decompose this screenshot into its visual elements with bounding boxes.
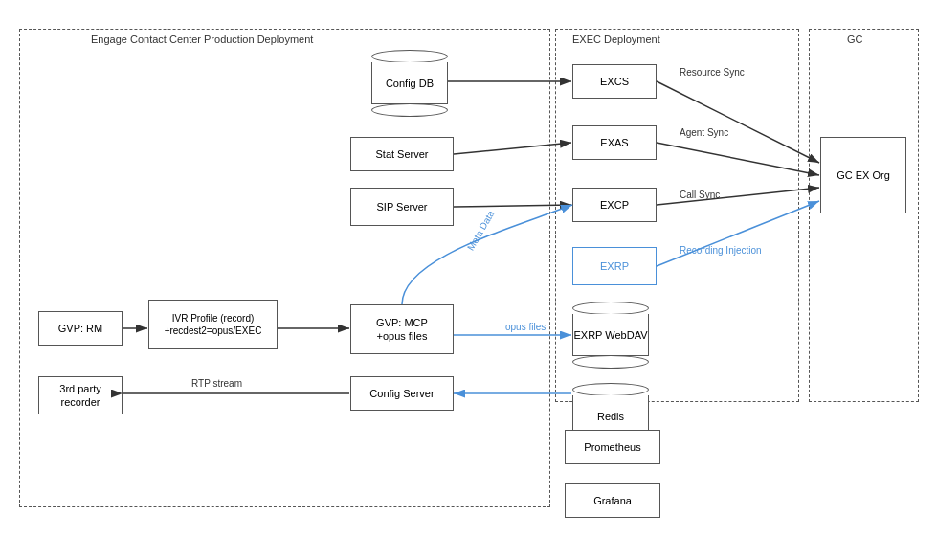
gvp-rm-label: GVP: RM bbox=[58, 322, 102, 335]
redis-cylinder-top bbox=[572, 383, 649, 396]
engage-region bbox=[19, 29, 550, 507]
exrp-box: EXRP bbox=[572, 247, 657, 285]
call-sync-label: Call Sync bbox=[680, 190, 720, 200]
excs-label: EXCS bbox=[600, 75, 629, 88]
ivr-profile-label: IVR Profile (record) +recdest2=opus/EXEC bbox=[165, 312, 262, 337]
cylinder-top bbox=[371, 50, 448, 63]
exrp-webdav-cylinder-top bbox=[572, 302, 649, 315]
gc-region bbox=[809, 29, 919, 402]
excs-box: EXCS bbox=[572, 64, 657, 99]
config-server-label: Config Server bbox=[369, 387, 434, 400]
third-party-recorder-box: 3rd party recorder bbox=[38, 376, 123, 414]
exrp-webdav-box: EXRP WebDAV bbox=[572, 302, 649, 369]
prometheus-box: Prometheus bbox=[565, 430, 660, 464]
config-db-label: Config DB bbox=[386, 78, 434, 89]
engage-region-label: Engage Contact Center Production Deploym… bbox=[91, 34, 313, 45]
stat-server-label: Stat Server bbox=[375, 147, 428, 161]
redis-label: Redis bbox=[597, 411, 624, 422]
ivr-profile-box: IVR Profile (record) +recdest2=opus/EXEC bbox=[148, 300, 278, 349]
exas-label: EXAS bbox=[600, 136, 628, 149]
cylinder-body: Config DB bbox=[371, 62, 448, 104]
gc-ex-org-label: GC EX Org bbox=[837, 168, 890, 182]
gvp-mcp-label: GVP: MCP +opus files bbox=[376, 316, 428, 344]
exas-box: EXAS bbox=[572, 125, 657, 160]
diagram-container: Engage Contact Center Production Deploym… bbox=[0, 0, 937, 560]
opus-files-label: opus files bbox=[505, 321, 546, 333]
grafana-label: Grafana bbox=[593, 494, 632, 507]
resource-sync-label: Resource Sync bbox=[680, 67, 745, 78]
exec-region-label: EXEC Deployment bbox=[572, 34, 660, 45]
exrp-label: EXRP bbox=[600, 259, 629, 273]
config-server-box: Config Server bbox=[350, 376, 454, 411]
exrp-webdav-cylinder-bottom bbox=[572, 355, 649, 369]
config-db-box: Config DB bbox=[371, 50, 448, 117]
excp-label: EXCP bbox=[600, 198, 629, 212]
excp-box: EXCP bbox=[572, 188, 657, 222]
third-party-recorder-label: 3rd party recorder bbox=[59, 382, 100, 410]
agent-sync-label: Agent Sync bbox=[680, 127, 728, 138]
recording-injection-label: Recording Injection bbox=[680, 244, 762, 257]
grafana-box: Grafana bbox=[565, 483, 660, 518]
gc-ex-org-box: GC EX Org bbox=[820, 137, 906, 213]
cylinder-bottom bbox=[371, 103, 448, 117]
prometheus-label: Prometheus bbox=[584, 440, 640, 454]
sip-server-box: SIP Server bbox=[350, 188, 454, 226]
gvp-mcp-box: GVP: MCP +opus files bbox=[350, 304, 454, 354]
exrp-webdav-label: EXRP WebDAV bbox=[573, 329, 647, 341]
rtp-stream-label: RTP stream bbox=[191, 378, 242, 389]
stat-server-box: Stat Server bbox=[350, 137, 454, 171]
exrp-webdav-cylinder-body: EXRP WebDAV bbox=[572, 314, 649, 356]
gvp-rm-box: GVP: RM bbox=[38, 311, 123, 346]
gc-region-label: GC bbox=[847, 34, 863, 45]
sip-server-label: SIP Server bbox=[377, 200, 428, 213]
